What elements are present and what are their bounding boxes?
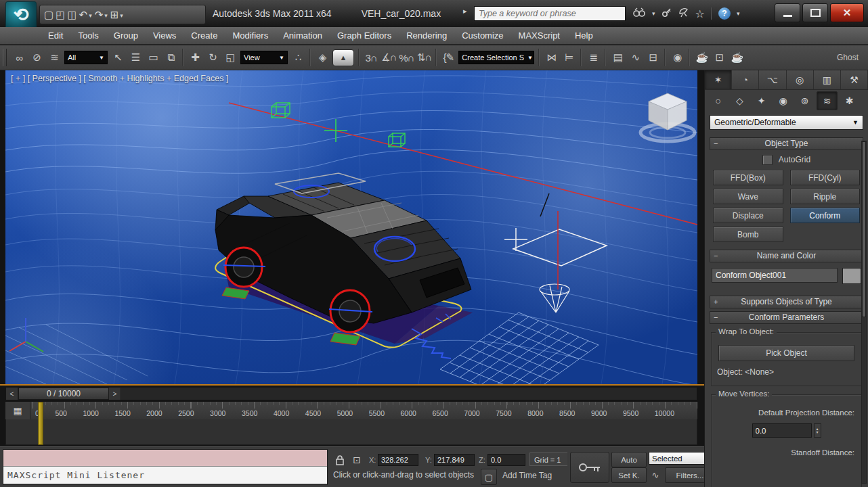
render-setup-icon[interactable]: ☕ xyxy=(694,49,709,66)
object-name-field[interactable] xyxy=(712,268,838,283)
listener-field[interactable]: MAXScript Mini Listener xyxy=(3,467,327,484)
align-icon[interactable]: ⊨ xyxy=(561,49,576,66)
absolute-mode-icon[interactable]: ⊡ xyxy=(349,453,365,467)
previous-frame-button[interactable]: < xyxy=(6,388,18,400)
y-coordinate-field[interactable] xyxy=(434,454,475,466)
help-icon[interactable]: ? xyxy=(718,7,731,20)
viewport-label[interactable]: [ + ] [ Perspective ] [ Smooth + Highlig… xyxy=(11,74,228,83)
new-scene-icon[interactable]: ▢ xyxy=(44,9,53,20)
render-production-icon[interactable]: ☕ xyxy=(729,49,744,66)
tab-hierarchy[interactable]: ⌥ xyxy=(759,70,786,89)
ffd-box-button[interactable]: FFD(Box) xyxy=(713,170,783,185)
projection-distance-spinner[interactable]: ▴ ▾ xyxy=(814,423,821,438)
toolbar-drag-handle[interactable] xyxy=(3,49,7,66)
menu-create[interactable]: Create xyxy=(183,30,225,41)
select-object-icon[interactable]: ↖ xyxy=(110,49,125,66)
search-input[interactable] xyxy=(474,6,626,21)
search-binoculars-icon[interactable] xyxy=(632,7,646,20)
ripple-button[interactable]: Ripple xyxy=(790,189,861,204)
mirror-icon[interactable]: ⋈ xyxy=(544,49,559,66)
minimize-button[interactable] xyxy=(775,3,800,22)
category-systems[interactable]: ✱ xyxy=(840,92,859,110)
open-file-icon[interactable]: ◰ xyxy=(56,9,65,20)
spacewarp-category-dropdown[interactable]: Geometric/Deformable ▼ xyxy=(710,115,863,130)
select-move-icon[interactable]: ✚ xyxy=(188,49,202,66)
bind-to-spacewarp-icon[interactable]: ≋ xyxy=(47,49,62,66)
category-space-warps[interactable]: ≋ xyxy=(817,91,838,110)
menu-group[interactable]: Group xyxy=(106,30,146,41)
undo-dropdown-icon[interactable]: ▾ xyxy=(89,13,92,19)
time-slider-handle[interactable]: 0 / 10000 xyxy=(18,388,109,400)
use-pivot-center-icon[interactable]: ∴ xyxy=(290,49,305,66)
favorites-star-icon[interactable]: ☆ xyxy=(695,7,705,20)
rollout-object-type[interactable]: − Object Type xyxy=(710,137,863,150)
category-cameras[interactable]: ◉ xyxy=(773,92,793,110)
menu-help[interactable]: Help xyxy=(567,30,601,41)
rendered-frame-window-icon[interactable]: ⊡ xyxy=(712,49,726,66)
pick-object-button[interactable]: Pick Object xyxy=(718,345,854,361)
menu-views[interactable]: Views xyxy=(146,30,183,41)
category-shapes[interactable]: ◇ xyxy=(730,92,750,110)
scrollbar-thumb[interactable] xyxy=(862,141,866,317)
keyboard-override-toggle[interactable]: ▲ xyxy=(332,49,354,66)
qat-customize-dropdown-icon[interactable]: ▾ xyxy=(120,13,123,19)
menu-animation[interactable]: Animation xyxy=(276,30,330,41)
time-slider-marker[interactable] xyxy=(38,402,43,445)
bomb-button[interactable]: Bomb xyxy=(713,227,783,242)
default-projection-distance-field[interactable] xyxy=(752,423,812,438)
menu-tools[interactable]: Tools xyxy=(70,30,106,41)
search-expand-icon[interactable]: ▸ xyxy=(463,7,467,16)
graphite-ribbon-icon[interactable]: ▤ xyxy=(610,49,625,66)
next-frame-button[interactable]: > xyxy=(109,388,121,400)
redo-icon[interactable]: ↷ xyxy=(95,9,104,20)
ffd-cyl-button[interactable]: FFD(Cyl) xyxy=(790,170,861,185)
timeline-ruler[interactable]: ▦ 0500 10001500 20002500 30003500 400045… xyxy=(5,402,697,420)
snap-toggle-3d-icon[interactable]: 3∩ xyxy=(364,49,378,66)
menu-modifiers[interactable]: Modifiers xyxy=(225,30,276,41)
select-rotate-icon[interactable]: ↻ xyxy=(205,49,220,66)
reference-coordinate-dropdown[interactable]: View ▼ xyxy=(240,51,288,64)
undo-icon[interactable]: ↶ xyxy=(79,9,88,20)
unlink-selection-icon[interactable]: ⊘ xyxy=(29,49,44,66)
select-scale-icon[interactable]: ◱ xyxy=(223,49,238,66)
rectangular-selection-icon[interactable]: ▭ xyxy=(146,49,160,66)
redo-dropdown-icon[interactable]: ▾ xyxy=(104,13,108,19)
autogrid-checkbox[interactable] xyxy=(762,155,773,165)
layer-manager-icon[interactable]: ≣ xyxy=(586,49,601,66)
edit-named-selections-icon[interactable]: {✎ xyxy=(441,49,456,66)
close-button[interactable]: ✕ xyxy=(830,3,864,22)
tab-modify[interactable]: ◔ xyxy=(732,70,759,89)
menu-graph-editors[interactable]: Graph Editors xyxy=(330,30,399,41)
project-toolbar-icon[interactable]: ⊞ xyxy=(110,9,119,20)
menu-customize[interactable]: Customize xyxy=(454,30,511,41)
set-keys-button[interactable] xyxy=(570,452,609,483)
subscription-key-icon[interactable] xyxy=(661,7,672,20)
auto-key-button[interactable]: Auto xyxy=(611,452,647,467)
named-selection-dropdown[interactable]: Create Selection S ▼ xyxy=(458,51,534,64)
window-crossing-icon[interactable]: ⧉ xyxy=(163,49,178,66)
macro-recorder-field[interactable] xyxy=(3,450,327,467)
viewport-scene[interactable] xyxy=(5,70,697,384)
maximize-button[interactable] xyxy=(802,3,828,22)
z-coordinate-field[interactable] xyxy=(487,454,525,466)
material-editor-icon[interactable]: ◉ xyxy=(670,49,685,66)
select-manipulate-icon[interactable]: ◈ xyxy=(315,49,330,66)
tab-display[interactable]: ▥ xyxy=(814,70,841,89)
category-lights[interactable]: ✦ xyxy=(752,92,771,110)
tab-utilities[interactable]: ⚒ xyxy=(841,70,868,89)
category-geometry[interactable]: ○ xyxy=(708,92,728,110)
percent-snap-icon[interactable]: %∩ xyxy=(399,49,414,66)
select-and-link-icon[interactable]: ∞ xyxy=(12,49,26,66)
track-bar[interactable] xyxy=(5,419,697,445)
app-menu-button[interactable]: ⟲ xyxy=(5,1,37,30)
communication-center-icon[interactable] xyxy=(678,7,689,20)
spinner-snap-icon[interactable]: ⇅∩ xyxy=(416,49,431,66)
rollout-conform-parameters[interactable]: − Conform Parameters xyxy=(710,311,863,324)
add-time-tag[interactable]: Add Time Tag xyxy=(502,471,552,480)
rollout-supports-objects[interactable]: + Supports Objects of Type xyxy=(710,296,863,308)
conform-button[interactable]: Conform xyxy=(790,208,861,223)
object-color-swatch[interactable] xyxy=(842,268,861,284)
menu-maxscript[interactable]: MAXScript xyxy=(511,30,567,41)
menu-rendering[interactable]: Rendering xyxy=(399,30,454,41)
isolate-selection-icon[interactable]: ▢ xyxy=(481,469,497,485)
